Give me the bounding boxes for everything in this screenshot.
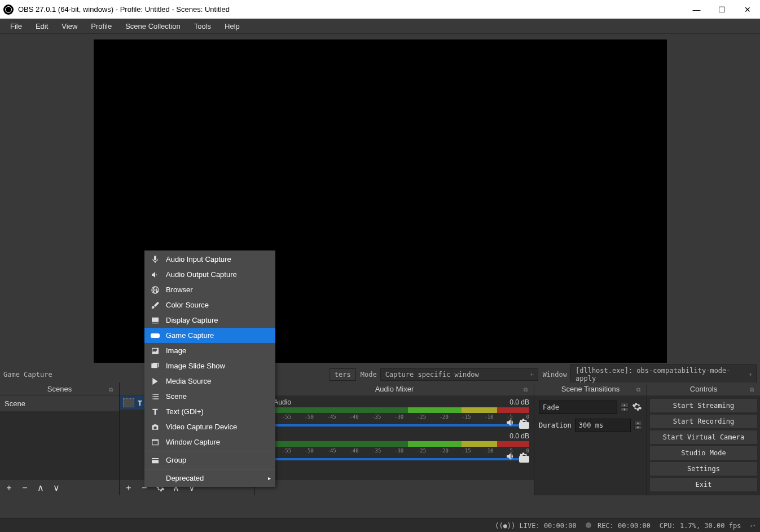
menu-separator <box>144 469 275 469</box>
window-dropdown[interactable]: [dllhost.exe]: obs-compatability-mode-ap… <box>570 364 757 385</box>
speaker-icon[interactable] <box>506 451 516 461</box>
menu-item-group[interactable]: Group <box>144 452 275 468</box>
maximize-button[interactable]: ☐ <box>709 0 735 19</box>
source-label: Game Capture <box>3 371 52 379</box>
mixer-volume-slider[interactable] <box>260 424 529 427</box>
scene-add-button[interactable]: + <box>2 481 16 495</box>
mixer-dock-icon[interactable] <box>524 385 531 393</box>
menu-help[interactable]: Help <box>218 20 247 33</box>
source-add-button[interactable]: + <box>122 481 135 495</box>
menu-tools[interactable]: Tools <box>187 20 218 33</box>
scene-move-up-button[interactable]: ∧ <box>34 481 47 495</box>
menu-item-browser[interactable]: Browser <box>144 282 275 297</box>
status-spinner[interactable]: ▴▾ <box>750 524 755 528</box>
record-dot-icon <box>586 522 591 528</box>
duration-spinner[interactable]: ▴▾ <box>634 421 642 430</box>
gear-icon[interactable] <box>519 417 529 428</box>
menubar: File Edit View Profile Scene Collection … <box>0 19 760 34</box>
gamepad-icon <box>150 331 160 341</box>
transition-settings-icon[interactable] <box>632 402 642 414</box>
transitions-panel: Scene Transitions Fade ▴▾ Duration 300 m… <box>534 382 647 495</box>
status-cpu: CPU: 1.7%, 30.00 fps <box>660 522 741 530</box>
menu-item-label: Group <box>166 456 186 464</box>
scene-item[interactable]: Scene <box>0 396 119 411</box>
source-thumb-icon <box>123 398 134 407</box>
menu-item-label: Display Capture <box>166 316 218 324</box>
mixer-track-level: 0.0 dB <box>509 398 529 406</box>
minimize-button[interactable]: — <box>684 0 709 19</box>
controls-header: Controls <box>647 382 760 396</box>
mixer-track: ktop Audio0.0 dB -60-55-50-45-40-35-30-2… <box>255 396 534 430</box>
transitions-dock-icon[interactable] <box>636 385 644 393</box>
menu-file[interactable]: File <box>3 20 29 33</box>
menu-item-audio-input-capture[interactable]: Audio Input Capture <box>144 252 275 267</box>
menu-item-label: Game Capture <box>166 331 214 340</box>
menu-item-image-slide-show[interactable]: Image Slide Show <box>144 358 275 373</box>
list-icon <box>150 392 160 402</box>
menu-item-label: Browser <box>166 285 193 294</box>
control-button-start-streaming[interactable]: Start Streaming <box>649 398 758 413</box>
scene-move-down-button[interactable]: ∨ <box>50 481 63 495</box>
gear-icon[interactable] <box>519 451 529 461</box>
control-button-start-virtual-camera[interactable]: Start Virtual Camera <box>649 430 758 445</box>
broadcast-icon: ((●)) <box>495 522 515 530</box>
brush-icon <box>150 300 160 310</box>
menu-item-color-source[interactable]: Color Source <box>144 297 275 313</box>
source-info-bar: Game Capture ters Mode Capture specific … <box>0 367 760 382</box>
add-source-context-menu: Audio Input CaptureAudio Output CaptureB… <box>144 250 275 487</box>
menu-item-audio-output-capture[interactable]: Audio Output Capture <box>144 267 275 282</box>
menu-item-label: Text (GDI+) <box>166 407 204 416</box>
menu-item-label: Color Source <box>166 301 209 309</box>
preview-area <box>0 34 760 367</box>
menu-item-text-gdi-[interactable]: Text (GDI+) <box>144 404 275 419</box>
speaker-icon[interactable] <box>506 417 516 428</box>
control-button-start-recording[interactable]: Start Recording <box>649 414 758 429</box>
control-button-settings[interactable]: Settings <box>649 461 758 476</box>
group-icon <box>150 455 160 465</box>
menu-item-deprecated[interactable]: Deprecated <box>144 471 275 486</box>
menu-item-label: Deprecated <box>166 474 204 482</box>
mode-dropdown[interactable]: Capture specific window <box>380 368 538 381</box>
mixer-track: /Aux0.0 dB -60-55-50-45-40-35-30-25-20-1… <box>255 430 534 464</box>
monitor-icon <box>150 315 160 326</box>
menu-item-label: Image <box>166 346 186 355</box>
status-live: ((●)) LIVE: 00:00:00 <box>495 522 577 530</box>
slides-icon <box>150 361 160 371</box>
menu-item-scene[interactable]: Scene <box>144 389 275 404</box>
control-button-studio-mode[interactable]: Studio Mode <box>649 446 758 460</box>
scenes-panel: Scenes Scene + − ∧ ∨ <box>0 382 120 495</box>
mixer-volume-slider[interactable] <box>260 458 529 460</box>
mixer-track-level: 0.0 dB <box>509 432 529 440</box>
filters-button-partial[interactable]: ters <box>330 368 356 381</box>
menu-item-game-capture[interactable]: Game Capture <box>144 328 275 343</box>
menu-edit[interactable]: Edit <box>29 20 55 33</box>
titlebar: OBS 27.0.1 (64-bit, windows) - Profile: … <box>0 0 760 19</box>
speaker-icon <box>150 270 160 280</box>
menu-item-video-capture-device[interactable]: Video Capture Device <box>144 419 275 434</box>
camera-icon <box>150 422 160 432</box>
menu-profile[interactable]: Profile <box>84 20 118 33</box>
transition-select[interactable]: Fade <box>539 401 617 414</box>
menu-item-label: Video Capture Device <box>166 423 237 431</box>
scenes-header: Scenes <box>0 382 119 396</box>
menu-scene-collection[interactable]: Scene Collection <box>118 20 187 33</box>
panels-row: Scenes Scene + − ∧ ∨ Sources T + − <box>0 382 760 495</box>
menu-item-display-capture[interactable]: Display Capture <box>144 313 275 328</box>
audio-mixer-panel: Audio Mixer ktop Audio0.0 dB -60-55-50-4… <box>255 382 534 495</box>
menu-item-media-source[interactable]: Media Source <box>144 373 275 389</box>
menu-item-window-capture[interactable]: Window Capture <box>144 434 275 450</box>
close-button[interactable]: ✕ <box>735 0 760 19</box>
transitions-header: Scene Transitions <box>534 382 647 396</box>
scene-remove-button[interactable]: − <box>18 481 32 495</box>
scenes-dock-icon[interactable] <box>109 385 117 393</box>
status-rec: REC: 00:00:00 <box>586 522 651 530</box>
menu-item-image[interactable]: Image <box>144 343 275 358</box>
controls-dock-icon[interactable] <box>750 385 758 393</box>
menu-view[interactable]: View <box>55 20 84 33</box>
transition-spinner[interactable]: ▴▾ <box>621 403 629 412</box>
mode-label: Mode <box>361 371 377 379</box>
duration-input[interactable]: 300 ms <box>575 419 631 432</box>
text-icon <box>150 407 160 417</box>
mixer-meter <box>260 441 529 447</box>
control-button-exit[interactable]: Exit <box>649 477 758 492</box>
